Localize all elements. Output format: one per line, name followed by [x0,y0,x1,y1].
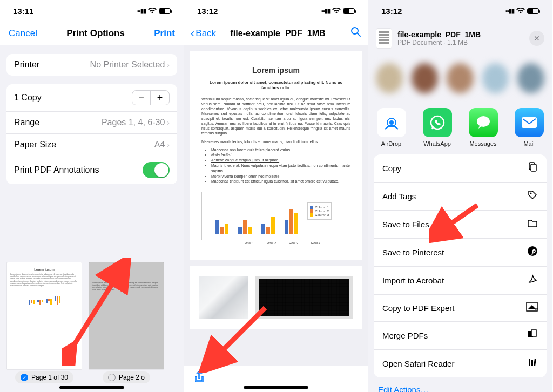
list-item: Maecenas non lorem quis tellus placerat … [211,147,350,153]
svg-rect-19 [529,359,530,366]
svg-text:PDF: PDF [535,308,538,311]
messages-icon [469,108,498,137]
action-import-acrobat[interactable]: Import to Acrobat [374,267,547,295]
merge-icon [527,329,538,342]
action-label: Add Tags [382,192,416,201]
action-label: Copy [382,164,401,173]
status-icons: ▪▪▮▮ [321,6,355,16]
action-label: Open Safari Reader [382,359,454,368]
copies-stepper[interactable]: − + [132,90,170,105]
print-button[interactable]: Print [154,28,175,39]
svg-rect-18 [531,330,536,336]
nav-title: Print Options [66,28,125,39]
app-label: AirDrop [381,140,401,147]
list-item: Morbi viverra semper lorem nec molestie. [211,174,350,179]
doc-subheading: Lorem ipsum dolor sit amet, consectetur … [201,80,350,91]
chart-categories: Row 1Row 2Row 3Row 4 [201,240,350,245]
status-time: 13:11 [13,6,33,16]
chevron-right-icon: › [167,140,170,149]
status-icons: ▪▪▮▮ [137,6,171,16]
back-label: Back [195,28,216,39]
app-mail[interactable]: Mail [512,108,547,147]
svg-point-9 [477,116,490,127]
printer-value: No Printer Selected [90,60,165,70]
app-airdrop[interactable]: AirDrop [374,108,409,147]
status-bar: 13:12 ▪▪▮▮ [184,0,368,22]
svg-line-3 [358,33,360,36]
list-item: Aenean congue fringilla justo ut aliquam… [211,158,350,163]
airdrop-icon [377,108,406,137]
home-indicator[interactable] [244,386,308,389]
action-label: Merge PDFs [382,331,428,340]
range-label: Range [14,118,39,127]
list-item: Mauris id ex erat. Nunc vulputate neque … [211,163,350,174]
svg-rect-10 [522,117,537,128]
svg-point-6 [389,120,394,125]
battery-icon [159,8,171,14]
action-add-tags[interactable]: Add Tags [374,183,547,211]
battery-icon [527,8,539,14]
status-bar: 13:12 ▪▪▮▮ [368,0,552,22]
close-button[interactable]: ✕ [529,31,544,46]
action-copy[interactable]: Copy [374,154,547,183]
range-value: Pages 1, 4, 6-30 [102,118,165,127]
list-item: Nulla facilisi. [211,152,350,158]
sheet-header: file-example_PDF_1MB PDF Document · 1.1 … [368,22,552,54]
thumb-page-1[interactable]: Lorem ipsum Lorem ipsum dolor sit amet c… [6,262,82,370]
annotations-toggle[interactable] [143,162,170,178]
page-thumbnails[interactable]: Lorem ipsum Lorem ipsum dolor sit amet c… [0,252,184,392]
document-scroll[interactable]: Lorem ipsum Lorem ipsum dolor sit amet, … [184,45,368,366]
action-safari-reader[interactable]: Open Safari Reader [374,350,547,377]
copy-icon [527,161,538,175]
contacts-row[interactable] [368,54,552,103]
svg-point-13 [530,193,532,194]
svg-rect-12 [531,164,536,171]
home-indicator[interactable] [59,386,124,389]
acrobat-icon [527,274,538,287]
app-label: Mail [523,140,534,147]
action-label: Copy to PDF Expert [382,303,454,313]
search-icon[interactable] [350,26,361,40]
battery-icon [343,8,355,14]
edit-actions-button[interactable]: Edit Actions… [368,377,552,392]
screen-pdf-preview: 13:12 ▪▪▮▮ ‹ Back file-example_PDF_1MB L… [184,0,368,392]
wifi-icon [516,6,525,16]
printer-label: Printer [14,60,39,70]
back-button[interactable]: ‹ Back [191,26,216,40]
tag-icon [527,190,538,203]
screen-print-options: 13:11 ▪▪▮▮ Cancel Print Options Print Pr… [0,0,184,392]
status-icons: ▪▪▮▮ [505,6,539,16]
pinterest-icon [527,246,538,259]
cancel-button[interactable]: Cancel [9,28,37,39]
whatsapp-icon [423,108,452,137]
action-save-pinterest[interactable]: Save to Pinterest [374,239,547,267]
apps-row: AirDrop WhatsApp Messages Mail [368,103,552,154]
svg-rect-21 [534,359,536,366]
action-save-to-files[interactable]: Save to Files [374,211,547,239]
stepper-minus[interactable]: − [132,91,151,105]
app-messages[interactable]: Messages [466,108,501,147]
wifi-icon [332,6,341,16]
app-label: WhatsApp [423,140,451,147]
status-time: 13:12 [381,6,402,16]
stepper-plus[interactable]: + [151,91,169,105]
action-merge-pdfs[interactable]: Merge PDFs [374,322,547,350]
chevron-left-icon: ‹ [191,26,194,40]
papersize-row[interactable]: Paper Size A4› [6,134,177,156]
signal-icon: ▪▪▮▮ [137,8,146,15]
share-icon[interactable] [194,370,205,386]
nav-title: file-example_PDF_1MB [216,29,350,38]
list-item: Maecenas tincidunt est efficitur ligula … [211,179,350,184]
pdfexpert-icon: PDF [526,302,538,314]
action-copy-pdfexpert[interactable]: Copy to PDF Expert PDF [374,295,547,322]
range-row[interactable]: Range Pages 1, 4, 6-30› [6,112,177,134]
papersize-label: Paper Size [14,140,56,150]
thumb-label-1: ✓ Page 1 of 30 [15,371,73,383]
printer-row[interactable]: Printer No Printer Selected› [6,54,177,76]
marble-image [199,276,248,319]
thumb-page-2[interactable]: Lorem ipsum dolor sit amet consectetur a… [89,262,164,370]
copies-label: 1 Copy [14,93,42,103]
svg-point-2 [352,28,358,34]
app-whatsapp[interactable]: WhatsApp [420,108,455,147]
status-bar: 13:11 ▪▪▮▮ [0,0,184,22]
